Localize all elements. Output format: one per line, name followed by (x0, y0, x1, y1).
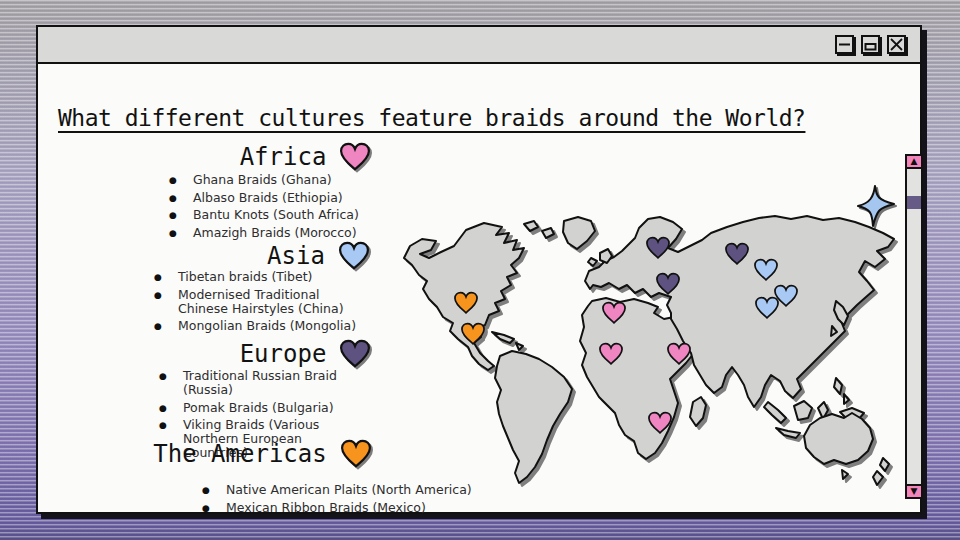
scroll-up-button[interactable]: ▲ (905, 154, 923, 169)
bullet-icon: ● (153, 418, 183, 432)
close-button[interactable] (887, 35, 906, 54)
bullet-icon: ● (148, 288, 178, 302)
list-item: ●Albaso Braids (Ethiopia) (163, 191, 359, 205)
list-item-text: Traditional Russian Braid (Russia) (183, 369, 369, 397)
heading-africa-label: Africa (240, 143, 327, 171)
asia-list: ●Tibetan braids (Tibet)●Modernised Tradi… (148, 270, 364, 337)
window-titlebar[interactable] (38, 27, 920, 64)
list-item-text: Tibetan braids (Tibet) (178, 270, 312, 284)
list-item: ●Tibetan braids (Tibet) (148, 270, 364, 284)
list-item-text: Albaso Braids (Ethiopia) (193, 191, 343, 205)
list-item: ●Mongolian Braids (Mongolia) (148, 319, 364, 333)
list-item-text: Mexican Ribbon Braids (Mexico) (226, 501, 426, 515)
list-item: ●Amazigh Braids (Morocco) (163, 226, 359, 240)
world-map (396, 206, 901, 496)
list-item: ●Ghana Braids (Ghana) (163, 173, 359, 187)
europe-heart-icon (338, 339, 372, 369)
bullet-icon: ● (163, 173, 193, 187)
africa-list: ●Ghana Braids (Ghana)●Albaso Braids (Eth… (163, 173, 359, 243)
window: What different cultures feature braids a… (36, 25, 922, 514)
heading-americas: The Americas (123, 439, 403, 469)
minimize-icon (838, 38, 851, 51)
bullet-icon: ● (163, 226, 193, 240)
africa-heart-icon (338, 142, 372, 172)
scrollbar: ▲ ▼ (905, 154, 923, 499)
maximize-button[interactable] (861, 35, 880, 54)
list-item-text: Ghana Braids (Ghana) (193, 173, 332, 187)
page-title: What different cultures feature braids a… (58, 105, 904, 131)
maximize-icon (864, 38, 877, 51)
list-item: ●Bantu Knots (South Africa) (163, 208, 359, 222)
list-item: ●Pomak Braids (Bulgaria) (153, 401, 369, 415)
minimize-button[interactable] (835, 35, 854, 54)
close-icon (890, 38, 903, 51)
slide-content: What different cultures feature braids a… (38, 66, 920, 512)
heading-europe-label: Europe (240, 340, 327, 368)
bullet-icon: ● (196, 501, 226, 515)
bullet-icon: ● (148, 270, 178, 284)
bullet-icon: ● (153, 369, 183, 383)
list-item: ●Modernised Traditional Chinese Hairstyl… (148, 288, 364, 316)
list-item-text: Amazigh Braids (Morocco) (193, 226, 357, 240)
list-item: ●Traditional Russian Braid (Russia) (153, 369, 369, 397)
heading-americas-label: The Americas (153, 440, 326, 468)
bullet-icon: ● (153, 401, 183, 415)
scroll-down-button[interactable]: ▼ (905, 484, 923, 499)
heading-africa: Africa (166, 142, 446, 172)
list-item: ●Mexican Ribbon Braids (Mexico) (196, 501, 472, 515)
heading-asia-label: Asia (267, 242, 325, 270)
americas-heart-icon (339, 439, 373, 469)
scrollbar-thumb[interactable] (907, 196, 921, 209)
bullet-icon: ● (196, 483, 226, 497)
bullet-icon: ● (148, 319, 178, 333)
list-item-text: Pomak Braids (Bulgaria) (183, 401, 334, 415)
bullet-icon: ● (163, 191, 193, 205)
list-item-text: Bantu Knots (South Africa) (193, 208, 359, 222)
bullet-icon: ● (163, 208, 193, 222)
scrollbar-track[interactable] (905, 169, 923, 484)
list-item-text: Mongolian Braids (Mongolia) (178, 319, 356, 333)
continents (404, 216, 894, 485)
sparkle-icon (857, 185, 895, 227)
list-item-text: Modernised Traditional Chinese Hairstyle… (178, 288, 364, 316)
asia-heart-icon (337, 241, 371, 271)
